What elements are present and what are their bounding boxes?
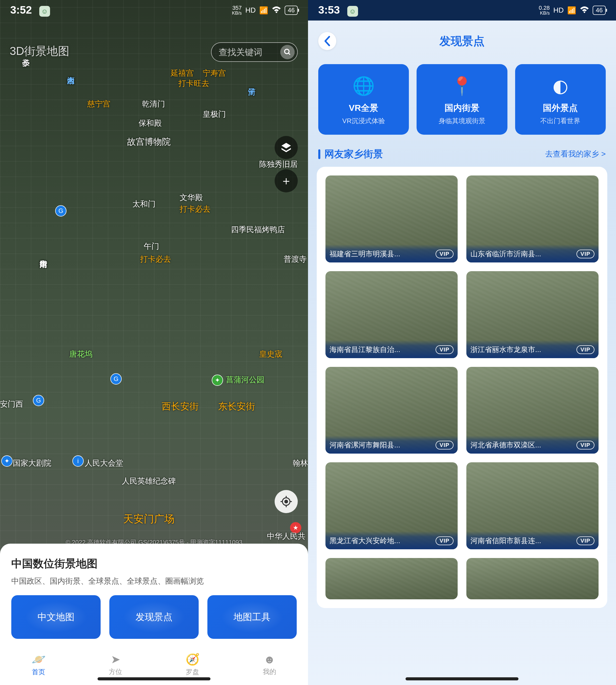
vip-badge: VIP	[436, 345, 454, 354]
battery-icon: 46	[285, 6, 298, 15]
layers-button[interactable]	[274, 136, 298, 159]
streetview-item[interactable]: 浙江省丽水市龙泉市...VIP	[466, 271, 598, 358]
streetview-name: 山东省临沂市沂南县...	[470, 249, 541, 259]
battery-icon: 46	[593, 6, 606, 15]
map-label: 皇史宬	[259, 349, 282, 360]
map-label: 东长安街	[218, 400, 255, 413]
tab-label: 首页	[32, 667, 45, 677]
section-header: 网友家乡街景 去查看我的家乡 >	[308, 142, 616, 167]
streetview-item[interactable]: 河南省漯河市舞阳县...VIP	[326, 367, 458, 454]
map-label: 安门西	[0, 399, 23, 409]
hd-icon: HD	[245, 6, 256, 14]
streetview-name: 海南省昌江黎族自治...	[330, 345, 400, 355]
streetview-name: 黑龙江省大兴安岭地...	[330, 536, 400, 546]
discover-spots-button[interactable]: 发现景点	[109, 595, 199, 639]
search-button[interactable]	[280, 45, 295, 59]
tab-mine[interactable]: ☻ 我的	[231, 646, 308, 682]
map-label: 人民英雄纪念碑	[122, 476, 176, 486]
streetview-name: 河南省信阳市新县连...	[470, 536, 541, 546]
map-label: 打卡必去	[180, 204, 211, 214]
vr-icon: 🌐	[350, 74, 378, 97]
statusbar: 3:52 ☺ 357KB/s HD 📶 46	[0, 0, 308, 21]
map-label: 天安门广场	[123, 512, 175, 526]
tab-home[interactable]: 🪐 首页	[0, 646, 77, 682]
statusbar: 3:53 ☺ 0.28KB/s HD 📶 46	[308, 0, 616, 21]
streetview-item[interactable]: 福建省三明市明溪县...VIP	[326, 176, 458, 262]
streetview-item[interactable]: 海南省昌江黎族自治...VIP	[326, 271, 458, 358]
map-label: 人民大会堂	[85, 458, 123, 469]
tab-orientation[interactable]: ➤ 方位	[77, 646, 154, 682]
vip-badge: VIP	[436, 441, 454, 450]
category-foreign[interactable]: ◐ 国外景点 不出门看世界	[515, 64, 606, 135]
map-label: 打卡必去	[140, 254, 171, 265]
category-title: 国内街景	[444, 102, 480, 114]
streetview-item[interactable]: 黑龙江省大兴安岭地...VIP	[326, 462, 458, 549]
see-my-hometown-link[interactable]: 去查看我的家乡 >	[545, 149, 606, 159]
tab-compass[interactable]: 🧭 罗盘	[154, 646, 231, 682]
poi-metro-icon[interactable]: i	[72, 455, 84, 467]
chinese-map-button[interactable]: 中文地图	[11, 595, 101, 639]
status-time: 3:52	[10, 4, 32, 16]
category-subtitle: 身临其境观街景	[439, 116, 485, 125]
net-speed: 0.28KB/s	[539, 5, 550, 16]
page-title: 发现景点	[439, 33, 485, 49]
map-label: 延禧宫	[171, 68, 194, 78]
planet-icon: 🪐	[31, 653, 46, 666]
poi-metro-icon[interactable]: G	[33, 395, 44, 406]
map-label: 保和殿	[139, 118, 162, 129]
category-title: 国外景点	[543, 102, 578, 114]
locate-button[interactable]	[274, 490, 298, 513]
back-button[interactable]	[318, 32, 336, 50]
panorama-icon: ◐	[546, 74, 574, 97]
map-pin-icon: 📍	[448, 74, 476, 97]
signal-icon: 📶	[567, 6, 576, 15]
poi-metro-icon[interactable]: ✦	[1, 455, 13, 467]
svg-point-0	[285, 49, 289, 54]
category-domestic[interactable]: 📍 国内街景 身临其境观街景	[417, 64, 507, 135]
hd-icon: HD	[553, 6, 564, 14]
map-label: 唐花坞	[69, 349, 92, 360]
search-input[interactable]	[219, 47, 280, 57]
face-icon: ☻	[264, 653, 276, 666]
streetview-item[interactable]	[326, 558, 458, 599]
net-speed: 357KB/s	[232, 5, 242, 16]
map-label: 慈宁宫	[87, 99, 110, 109]
streetview-item[interactable]: 河北省承德市双滦区...VIP	[466, 367, 598, 454]
poi-metro-icon[interactable]: G	[55, 205, 66, 216]
map-tools-button[interactable]: 地图工具	[207, 595, 297, 639]
page-header: 发现景点	[308, 26, 616, 56]
poi-park-icon[interactable]: ✦	[212, 374, 223, 386]
category-row: 🌐 VR全景 VR沉浸式体验 📍 国内街景 身临其境观街景 ◐ 国外景点 不出门…	[308, 56, 616, 142]
streetview-item[interactable]: 山东省临沂市沂南县...VIP	[466, 176, 598, 262]
bottom-card: 中国数位街景地图 中国政区、国内街景、全球景点、全球景点、圈画幅浏览 中文地图 …	[0, 544, 308, 646]
category-title: VR全景	[349, 102, 378, 114]
map-label: 故宫博物院	[127, 136, 171, 148]
vip-badge: VIP	[576, 441, 594, 450]
search-box[interactable]	[211, 42, 298, 62]
map-label: 文华殿	[180, 192, 203, 203]
home-indicator[interactable]	[405, 677, 519, 680]
streetview-grid: 福建省三明市明溪县...VIP 山东省临沂市沂南县...VIP 海南省昌江黎族自…	[326, 176, 598, 599]
zoom-in-button[interactable]: ＋	[274, 169, 298, 192]
vip-badge: VIP	[576, 250, 594, 258]
poi-metro-icon[interactable]: G	[110, 373, 122, 385]
section-title: 网友家乡街景	[318, 147, 383, 161]
streetview-item[interactable]: 河南省信阳市新县连...VIP	[466, 462, 598, 549]
navigate-icon: ➤	[111, 653, 120, 666]
signal-icon: 📶	[259, 6, 268, 15]
card-subtitle: 中国政区、国内街景、全球景点、全球景点、圈画幅浏览	[11, 576, 297, 587]
svg-line-1	[288, 53, 290, 55]
map-label: 西长安街	[162, 400, 199, 413]
wifi-icon	[580, 6, 589, 15]
map-controls: ＋	[274, 136, 298, 192]
map-title-overlay: 3D街景地图	[10, 44, 69, 59]
category-subtitle: VR沉浸式体验	[343, 116, 385, 125]
map-label: 乾清门	[142, 99, 165, 109]
compass-icon: 🧭	[185, 653, 200, 666]
streetview-item[interactable]	[466, 558, 598, 599]
home-indicator[interactable]	[97, 677, 211, 680]
category-subtitle: 不出门看世界	[540, 116, 580, 125]
category-vr[interactable]: 🌐 VR全景 VR沉浸式体验	[318, 64, 409, 135]
tab-label: 方位	[109, 667, 122, 676]
map-label: 太和门	[132, 199, 156, 209]
